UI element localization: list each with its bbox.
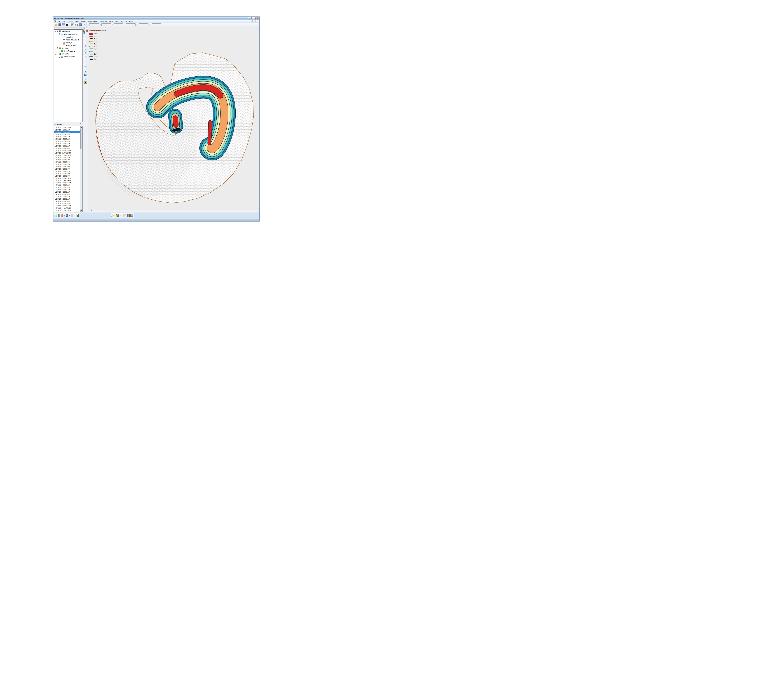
gis-module-icon[interactable] (66, 214, 68, 217)
timestep-item[interactable]: 1/1/2020 2:00:00 PM (54, 159, 80, 161)
tree-checkbox[interactable] (58, 56, 60, 58)
timestep-item[interactable]: 1/2/2020 2:00:00 AM (54, 187, 80, 189)
tree-item[interactable]: elevation (54, 36, 82, 38)
timestep-item[interactable]: 1/1/2020 9:00:00 AM (54, 147, 80, 150)
timestep-item[interactable]: 1/1/2020 3:00:00 AM (54, 133, 80, 136)
profile-module-icon[interactable] (74, 214, 76, 217)
coordinate-input[interactable] (114, 23, 123, 26)
pin-icon[interactable] (80, 27, 82, 29)
coordinate-input[interactable] (102, 23, 111, 26)
menu-help[interactable]: Help (128, 20, 134, 23)
screen-capture-icon[interactable] (78, 23, 82, 27)
tree-item[interactable]: Rotto_V_mag (54, 44, 82, 47)
menu-web[interactable]: Web (114, 20, 120, 23)
scroll-up-arrow[interactable]: ▲ (80, 126, 83, 128)
save-icon[interactable] (58, 23, 62, 27)
minimize-button[interactable]: — (248, 17, 251, 20)
scrollbar-thumb[interactable] (80, 128, 83, 149)
timestep-item[interactable]: 1/1/2020 12:00:00 AM (54, 127, 80, 129)
timestep-item[interactable]: 1/2/2020 11:00:00 AM (54, 207, 80, 209)
zoom-icon[interactable] (83, 30, 85, 32)
timestep-item[interactable]: 1/1/2020 7:00:00 PM (54, 170, 80, 173)
mdi-restore-button[interactable] (253, 20, 255, 22)
tree-panel-header[interactable] (54, 28, 82, 29)
mdi-minimize-button[interactable]: – (250, 20, 252, 22)
scroll-down-arrow[interactable]: ▼ (80, 210, 83, 212)
shading-options-icon[interactable] (123, 214, 126, 217)
title-bar[interactable]: SMS 12.1.9 (64-bit) - [Rottnest.sms] — × (53, 17, 259, 20)
timestep-item[interactable]: 1/1/2020 6:00:00 AM (54, 140, 80, 143)
timestep-item[interactable]: 1/1/2020 12:00:00 PM (54, 154, 80, 157)
get-image-icon[interactable] (130, 214, 133, 217)
tree-expander[interactable] (55, 53, 56, 55)
contour-options-icon[interactable] (116, 214, 119, 217)
delete-icon[interactable] (65, 23, 69, 27)
plot-module-icon[interactable] (72, 214, 73, 217)
timestep-item[interactable]: 1/2/2020 8:00:00 AM (54, 200, 80, 203)
map-module-icon[interactable] (63, 214, 65, 217)
timestep-item[interactable]: 1/1/2020 10:00:00 AM (54, 150, 80, 152)
tree-checkbox[interactable] (57, 53, 58, 55)
timestep-item[interactable]: 1/1/2020 5:00:00 PM (54, 166, 80, 168)
menu-edit[interactable]: Edit (62, 20, 67, 23)
timestep-item[interactable]: 1/1/2020 10:00:00 PM (54, 177, 80, 180)
timestep-item[interactable]: 1/1/2020 1:00:00 AM (54, 129, 80, 131)
create-mesh-node-icon[interactable] (84, 40, 87, 43)
patch-quad-icon[interactable] (84, 67, 87, 69)
scatter-module-icon[interactable] (61, 214, 63, 217)
grid-module-icon[interactable] (58, 214, 60, 217)
coordinate-input[interactable] (152, 23, 161, 26)
annotation-module-icon[interactable] (77, 214, 78, 217)
close-button[interactable]: × (255, 17, 259, 20)
measure-icon[interactable] (85, 27, 88, 30)
tree-expander[interactable] (55, 48, 56, 49)
timestep-item[interactable]: 1/1/2020 9:00:00 PM (54, 175, 80, 177)
timestep-item[interactable]: 1/1/2020 2:00:00 AM (54, 131, 80, 133)
tree-item[interactable]: World Imagery (54, 55, 82, 58)
menu-mesh[interactable]: Mesh (108, 20, 114, 23)
curve-module-icon[interactable] (69, 214, 71, 217)
timestep-item[interactable]: 1/2/2020 3:00:00 AM (54, 189, 80, 191)
mesh-canvas[interactable] (88, 27, 259, 208)
timestep-item[interactable]: 1/1/2020 8:00:00 AM (54, 145, 80, 147)
view-orientation-icon[interactable] (82, 23, 86, 27)
timestep-item[interactable]: 1/2/2020 4:00:00 AM (54, 191, 80, 193)
coordinate-input[interactable] (126, 23, 135, 26)
print-icon[interactable] (62, 23, 65, 27)
refresh-icon[interactable] (71, 23, 75, 27)
timestep-item[interactable]: 1/1/2020 1:00:00 PM (54, 156, 80, 159)
tree-item[interactable]: Rotto_V (54, 41, 82, 44)
menu-nodestrings[interactable]: Nodestrings (87, 20, 99, 23)
tree-item[interactable]: Rotto_TRACE_1 (54, 38, 82, 41)
timestep-item[interactable]: 1/1/2020 5:00:00 AM (54, 138, 80, 140)
select-element-icon[interactable] (84, 52, 87, 54)
restore-button[interactable] (252, 17, 255, 20)
timestep-item[interactable]: 1/1/2020 6:00:00 PM (54, 168, 80, 170)
menu-data[interactable]: Data (74, 20, 80, 23)
create-nodestring-icon[interactable] (84, 48, 87, 50)
timestep-item[interactable]: 1/2/2020 12:00:00 AM (54, 182, 80, 184)
coordinate-input[interactable] (89, 23, 99, 26)
timestep-item[interactable]: 1/1/2020 8:00:00 PM (54, 173, 80, 175)
timestep-item[interactable]: 1/1/2020 4:00:00 AM (54, 136, 80, 138)
timestep-item[interactable]: 1/2/2020 1:00:00 AM (54, 184, 80, 187)
tree-item[interactable]: Map Data (54, 47, 82, 50)
menu-window[interactable]: Window (120, 20, 128, 23)
create-quad-element-icon[interactable] (84, 59, 87, 62)
timesteps-scrollbar[interactable]: ▲ ▼ (80, 126, 82, 212)
coordinate-input[interactable] (139, 23, 149, 26)
menu-display[interactable]: Display (67, 20, 74, 23)
tree-item[interactable]: GIS Data (54, 52, 82, 55)
timestep-item[interactable]: 1/2/2020 10:00:00 AM (54, 205, 80, 207)
merge-split-icon[interactable] (84, 78, 87, 80)
zoom-extents-icon[interactable] (75, 23, 78, 27)
tree-expander[interactable] (55, 31, 56, 32)
vector-options-icon[interactable] (120, 214, 122, 217)
contour-label-icon[interactable] (84, 82, 87, 84)
create-triangle-element-icon[interactable] (84, 55, 87, 58)
timestep-item[interactable]: 1/1/2020 7:00:00 AM (54, 143, 80, 145)
timestep-item[interactable]: 1/2/2020 9:00:00 AM (54, 202, 80, 205)
tree-checkbox[interactable] (58, 33, 60, 35)
graphics-window[interactable]: Contaminant (mg/L) 10.0 9.1 8 (88, 27, 259, 209)
swap-edge-icon[interactable] (84, 74, 87, 77)
